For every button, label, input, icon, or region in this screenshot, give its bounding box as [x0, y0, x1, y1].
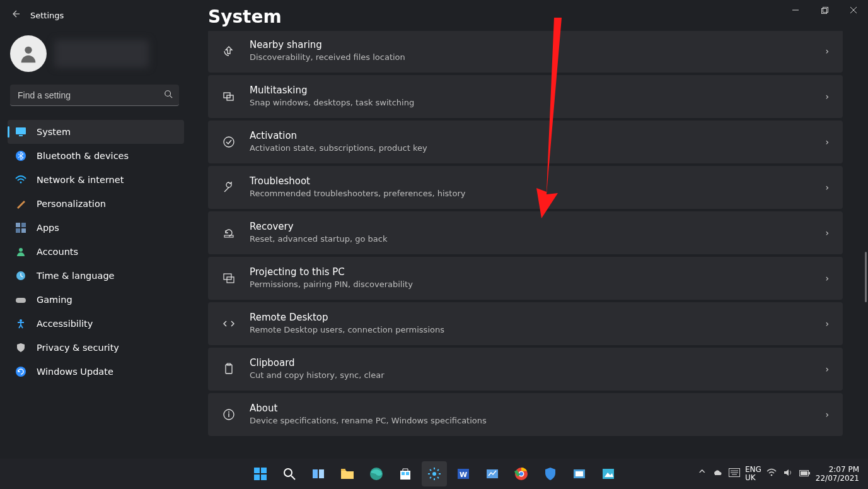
search-input[interactable] [10, 85, 179, 106]
explorer-button[interactable] [335, 461, 360, 486]
nav-label: Apps [37, 223, 59, 233]
svg-point-11 [20, 182, 22, 184]
accessibility-icon [15, 318, 26, 329]
card-nearby-sharing[interactable]: Nearby sharingDiscoverability, received … [208, 31, 843, 73]
back-button[interactable] [0, 9, 30, 21]
svg-rect-63 [809, 472, 810, 474]
chevron-right-icon: › [825, 182, 829, 192]
nav-accounts[interactable]: Accounts [8, 240, 184, 264]
svg-rect-64 [801, 471, 807, 475]
language-indicator[interactable]: ENG UK [745, 466, 761, 482]
chevron-right-icon: › [825, 364, 829, 374]
nav-label: Privacy & security [37, 343, 119, 353]
wrench-icon [222, 180, 236, 194]
nav-label: Accounts [37, 247, 78, 257]
app-title: Settings [30, 11, 64, 20]
edge-button[interactable] [364, 461, 389, 486]
task-view-button[interactable] [306, 461, 331, 486]
nav-personalization[interactable]: Personalization [8, 192, 184, 216]
nav-bluetooth[interactable]: Bluetooth & devices [8, 144, 184, 168]
card-remote-desktop[interactable]: Remote DesktopRemote Desktop users, conn… [208, 302, 843, 345]
card-title: Activation [250, 130, 811, 143]
card-sub: Permissions, pairing PIN, discoverabilit… [250, 279, 811, 290]
app-button-1[interactable] [480, 461, 505, 486]
svg-point-30 [228, 411, 229, 413]
onedrive-icon[interactable] [712, 468, 722, 480]
nav-network[interactable]: Network & internet [8, 168, 184, 192]
svg-rect-39 [313, 469, 318, 478]
card-title: Recovery [250, 221, 811, 233]
card-sub: Activation state, subscriptions, product… [250, 143, 811, 154]
svg-rect-15 [21, 228, 26, 233]
nav-time[interactable]: Time & language [8, 264, 184, 288]
card-troubleshoot[interactable]: TroubleshootRecommended troubleshooters,… [208, 166, 843, 209]
card-activation[interactable]: ActivationActivation state, subscription… [208, 121, 843, 163]
volume-tray-icon[interactable] [783, 468, 793, 480]
security-button[interactable] [538, 461, 563, 486]
card-multitasking[interactable]: MultitaskingSnap windows, desktops, task… [208, 75, 843, 118]
scrollbar[interactable] [865, 252, 867, 302]
chevron-right-icon: › [825, 409, 829, 420]
nav-label: Network & internet [37, 175, 124, 185]
nav-update[interactable]: Windows Update [8, 360, 184, 384]
card-sub: Discoverability, received files location [250, 52, 811, 63]
battery-tray-icon[interactable] [799, 468, 811, 480]
update-icon [15, 366, 26, 377]
nav-label: Bluetooth & devices [37, 151, 129, 161]
store-button[interactable] [393, 461, 418, 486]
svg-rect-14 [16, 228, 20, 233]
start-button[interactable] [248, 461, 273, 486]
card-about[interactable]: AboutDevice specifications, rename PC, W… [208, 393, 843, 436]
card-sub: Reset, advanced startup, go back [250, 233, 811, 245]
chrome-button[interactable] [509, 461, 534, 486]
tray-chevron-icon[interactable]: ^ [698, 468, 706, 480]
svg-rect-31 [228, 413, 229, 417]
nav-label: Gaming [37, 295, 72, 305]
page-title: System [208, 6, 843, 27]
nav-gaming[interactable]: Gaming [8, 288, 184, 312]
keyboard-icon[interactable] [729, 468, 740, 480]
search-button[interactable] [277, 461, 302, 486]
card-clipboard[interactable]: ClipboardCut and copy history, sync, cle… [208, 348, 843, 391]
search-icon [164, 90, 173, 100]
card-title: Remote Desktop [250, 312, 811, 324]
chevron-right-icon: › [825, 273, 829, 283]
info-icon [222, 408, 236, 421]
card-title: About [250, 403, 811, 415]
card-title: Clipboard [250, 357, 811, 370]
card-sub: Cut and copy history, sync, clear [250, 370, 811, 381]
wifi-tray-icon[interactable] [767, 468, 777, 480]
word-button[interactable]: W [451, 461, 476, 486]
avatar[interactable] [10, 35, 47, 72]
svg-point-16 [19, 248, 23, 252]
account-name-blurred [54, 40, 149, 68]
card-title: Nearby sharing [250, 39, 811, 52]
nav-system[interactable]: System [8, 120, 184, 144]
svg-point-20 [16, 367, 26, 377]
chevron-right-icon: › [825, 228, 829, 238]
svg-text:W: W [459, 471, 466, 479]
settings-button[interactable] [422, 461, 447, 486]
photos-button[interactable] [596, 461, 621, 486]
svg-point-6 [165, 91, 171, 97]
card-recovery[interactable]: RecoveryReset, advanced startup, go back… [208, 211, 843, 254]
svg-point-23 [224, 137, 234, 147]
nav-apps[interactable]: Apps [8, 216, 184, 240]
card-sub: Device specifications, rename PC, Window… [250, 415, 811, 427]
check-icon [222, 135, 236, 149]
svg-rect-13 [21, 223, 26, 227]
card-title: Troubleshoot [250, 175, 811, 188]
svg-rect-33 [254, 468, 260, 473]
svg-line-7 [170, 96, 173, 98]
app-button-2[interactable] [567, 461, 592, 486]
card-projecting[interactable]: Projecting to this PCPermissions, pairin… [208, 257, 843, 300]
card-title: Projecting to this PC [250, 266, 811, 279]
clipboard-icon [222, 362, 236, 376]
svg-rect-40 [319, 469, 324, 478]
nav-privacy[interactable]: Privacy & security [8, 336, 184, 360]
svg-point-52 [519, 472, 523, 476]
nav-accessibility[interactable]: Accessibility [8, 312, 184, 336]
clock[interactable]: 2:07 PM 22/07/2021 [816, 465, 863, 483]
svg-rect-27 [226, 365, 232, 374]
svg-point-37 [284, 469, 292, 476]
